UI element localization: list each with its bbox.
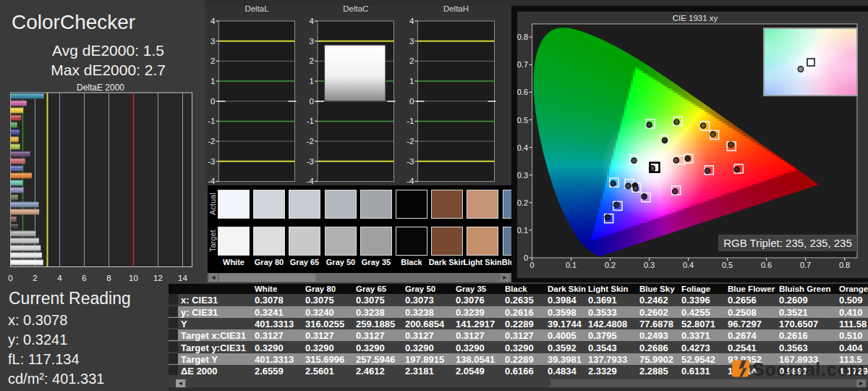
svg-text:0.2: 0.2 [605, 261, 616, 269]
svg-text:0.4: 0.4 [683, 261, 694, 269]
svg-text:0: 0 [524, 253, 528, 262]
svg-text:0.8: 0.8 [839, 261, 850, 269]
svg-text:0.3: 0.3 [644, 261, 655, 269]
svg-text:0.7: 0.7 [517, 60, 528, 69]
svg-text:0.6: 0.6 [517, 88, 528, 96]
svg-text:0.1: 0.1 [566, 261, 576, 269]
svg-text:0.6: 0.6 [761, 261, 772, 269]
svg-text:0.3: 0.3 [517, 171, 528, 180]
svg-text:0.5: 0.5 [517, 116, 528, 125]
svg-text:0.8: 0.8 [517, 33, 528, 41]
svg-text:0.7: 0.7 [800, 261, 811, 269]
svg-text:0.1: 0.1 [517, 226, 528, 235]
svg-text:0.4: 0.4 [517, 143, 528, 152]
svg-text:CIE 1931 xy: CIE 1931 xy [673, 14, 718, 22]
svg-text:0.2: 0.2 [517, 198, 528, 207]
svg-text:0.5: 0.5 [722, 261, 733, 269]
svg-text:0: 0 [530, 261, 535, 269]
